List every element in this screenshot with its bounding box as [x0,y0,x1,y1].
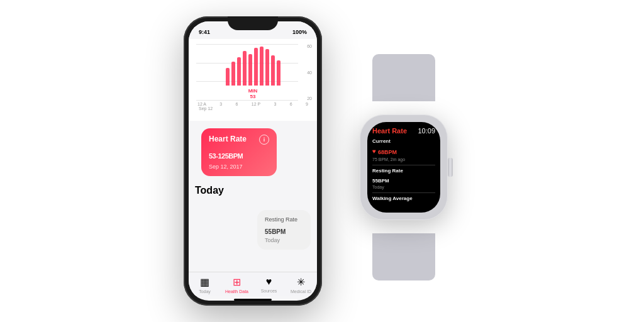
resting-card-sub: Today [265,237,303,243]
watch-body: Heart Rate 10:09 Current ♥ 68BPM 75 BPM,… [360,114,448,220]
tab-medical-id[interactable]: ✳ Medical ID [285,276,317,294]
health-data-tab-label: Health Data [225,289,248,294]
x-label-4: 12 P [252,102,260,106]
home-indicator [234,299,272,301]
resting-card-value: 55BPM [265,224,303,237]
info-button[interactable]: i [259,135,269,145]
heart-rate-card-value: 53-125BPM [209,146,269,162]
tab-bar: ▦ Today ⊞ Health Data ♥ Sources ✳ Medica… [189,272,317,296]
bar-1 [226,68,230,86]
bar-10 [277,60,280,86]
watch-walking-label: Walking Average [372,196,435,201]
watch-band-top [372,54,435,101]
watch-divider-2 [372,192,435,193]
bar-7 [260,47,264,86]
y-label-40: 40 [307,70,312,75]
watch-resting-sub: Today [372,185,435,189]
today-tab-label: Today [199,289,211,294]
apple-watch: Heart Rate 10:09 Current ♥ 68BPM 75 BPM,… [347,98,460,236]
x-label-6: 6 [290,102,292,106]
cards-row: i Heart Rate 53-125BPM Sep 12, 2017 Rest… [189,123,317,181]
watch-current-section: Current ♥ 68BPM 75 BPM, 2m ago [372,138,435,162]
iphone-device: 9:41 100% 60 40 20 [184,16,322,306]
tab-sources[interactable]: ♥ Sources [253,276,285,294]
x-label-5: 3 [274,102,277,106]
heart-rate-chart: 60 40 20 MIN 5 [189,39,317,121]
iphone-screen: 9:41 100% 60 40 20 [189,21,317,301]
tab-health-data[interactable]: ⊞ Health Data [221,276,253,294]
watch-resting-section: Resting Rate 55BPM Today [372,168,435,189]
chart-y-labels: 60 40 20 [307,44,312,101]
watch-divider-1 [372,165,435,165]
tab-today[interactable]: ▦ Today [189,276,221,294]
watch-time: 10:09 [418,127,435,135]
sources-tab-icon: ♥ [266,276,272,287]
status-time: 9:41 [199,29,210,35]
watch-current-value: ♥ 68BPM [372,145,435,157]
watch-crown[interactable] [448,158,453,177]
grid-line-2 [196,63,298,64]
watch-screen: Heart Rate 10:09 Current ♥ 68BPM 75 BPM,… [367,122,440,213]
bar-6 [254,48,258,86]
iphone-notch [228,16,278,30]
bar-9 [271,55,275,86]
chart-date: Sep 12 [196,106,309,111]
resting-card-title: Resting Rate [265,216,303,223]
watch-current-label: Current [372,138,435,144]
scene: 9:41 100% 60 40 20 [184,16,460,306]
watch-heart-icon: ♥ [372,148,376,155]
x-label-3: 6 [236,102,238,106]
watch-resting-bpm: 55BPM [372,175,435,184]
bar-3 [237,57,241,86]
watch-current-bpm: 68BPM [378,145,397,157]
health-data-tab-icon: ⊞ [233,276,241,288]
y-label-20: 20 [307,96,312,101]
medical-id-tab-label: Medical ID [291,289,311,294]
grid-line-1 [196,44,298,45]
bar-2 [231,62,235,86]
today-tab-icon: ▦ [200,276,209,288]
resting-rate-card: Resting Rate 55BPM Today [257,210,311,250]
bar-5 [248,54,252,86]
watch-header: Heart Rate 10:09 [372,127,435,135]
chart-grid [196,44,298,101]
watch-current-sub: 75 BPM, 2m ago [372,157,435,162]
today-label: Today [189,181,317,200]
grid-line-4 [196,100,298,101]
heart-rate-card-date: Sep 12, 2017 [209,164,269,170]
bar-4 [243,51,247,86]
y-label-60: 60 [307,44,312,48]
sources-tab-label: Sources [261,289,277,293]
watch-resting-label: Resting Rate [372,168,435,174]
x-label-1: 12 A [197,102,206,106]
heart-rate-card[interactable]: i Heart Rate 53-125BPM Sep 12, 2017 [201,128,277,176]
bar-8 [265,49,269,86]
x-label-2: 3 [219,102,222,106]
grid-line-3 [196,81,298,82]
watch-band-bottom [372,233,435,280]
watch-title: Heart Rate [372,127,407,135]
medical-id-tab-icon: ✳ [297,276,305,288]
x-label-7: 9 [306,102,308,106]
status-battery: 100% [292,29,307,35]
